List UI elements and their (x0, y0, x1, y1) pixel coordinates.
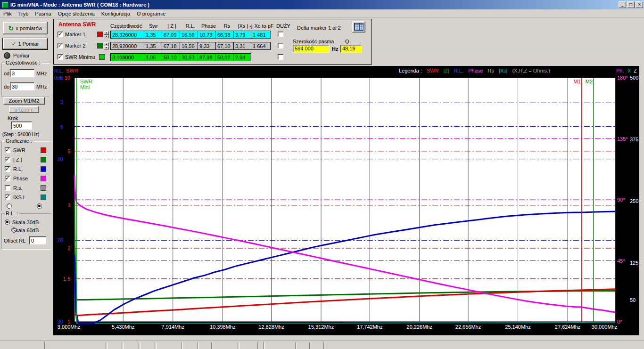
q-value: 48,19 (340, 45, 362, 53)
svg-text:10,398Mhz: 10,398Mhz (210, 324, 235, 330)
left-panel: ↻ x pomiarów ✓ 1 Pomiar Pomiar Częstotli… (0, 17, 53, 342)
x-pomiarow-button[interactable]: ↻ x pomiarów (3, 22, 48, 34)
marker1-row: Marker 1 ▲▼ 28,326000 1,35 67,09 16,56 1… (58, 31, 340, 39)
menu-konfiguracja[interactable]: Konfiguracja (98, 10, 133, 17)
svg-text:22,656Mhz: 22,656Mhz (455, 324, 481, 330)
chart-plot[interactable]: 3,000Mhz5,430Mhz7,914Mhz10,398Mhz12,828M… (53, 66, 639, 335)
z-color-swatch (41, 157, 46, 162)
restore-button[interactable]: □ (627, 1, 635, 8)
svg-text:3: 3 (67, 203, 70, 208)
xs-trace-label: IXS I (13, 195, 25, 200)
krok-label: Krok (8, 115, 18, 121)
xs-checkbox[interactable] (5, 195, 10, 200)
marker2-duzy-checkbox[interactable] (278, 43, 283, 49)
marker1-rs: 66,98 (215, 31, 234, 39)
one-pomiar-label: 1 Pomiar (18, 41, 39, 47)
menu-o-programie[interactable]: O programie (133, 10, 169, 17)
pomiar-indicator[interactable] (4, 52, 10, 59)
marker1-checkbox[interactable] (58, 32, 63, 37)
krok-input[interactable] (11, 122, 32, 130)
marker1-spin-up[interactable]: ▲ (104, 31, 109, 35)
marker1-spin-down[interactable]: ▼ (104, 35, 109, 39)
menu-opcje-sledzenia[interactable]: Opcje śledzenia (55, 10, 98, 17)
marker2-spin-down[interactable]: ▼ (104, 46, 109, 50)
frequency-group-title: Częstotliwość : (4, 60, 41, 65)
taskbar-separator (155, 342, 157, 349)
taskbar (0, 341, 644, 349)
taskbar-separator (139, 342, 140, 349)
header-z: | Z | (163, 23, 181, 29)
taskbar-separator (295, 342, 297, 349)
header-duzy: DUŻY (274, 23, 293, 29)
taskbar-separator (122, 342, 124, 349)
frequency-group: Częstotliwość : od MHz do MHz (1, 63, 50, 97)
rl-checkbox[interactable] (5, 166, 10, 172)
x-pomiarow-label: x pomiarów (16, 25, 42, 31)
chart-swr-axis-title: SWR (66, 68, 78, 73)
unzoom-button[interactable]: unZoom (9, 106, 39, 113)
menu-tryb[interactable]: Tryb (15, 10, 32, 17)
svg-text:25,140Mhz: 25,140Mhz (505, 324, 530, 330)
window-title: IG miniVNA - Mode : Antenna SWR ( COM18 … (10, 2, 618, 8)
phase-checkbox[interactable] (5, 176, 10, 181)
titlebar[interactable]: IG miniVNA - Mode : Antenna SWR ( COM18 … (0, 0, 644, 9)
menu-pasma[interactable]: Pasma (32, 10, 54, 17)
svg-text:375: 375 (630, 137, 638, 142)
swr-min-duzy-checkbox[interactable] (278, 54, 283, 60)
phase-color-swatch (41, 176, 46, 181)
header-rs: Rs (218, 23, 236, 29)
graf-radio-left[interactable] (7, 203, 12, 209)
marker2-checkbox[interactable] (58, 43, 63, 49)
swr-checkbox[interactable] (5, 147, 10, 153)
swr-min-freq: 3,108000 (110, 53, 144, 61)
freq-to-input[interactable] (10, 82, 34, 90)
offset-rl-input[interactable] (29, 236, 46, 244)
rs-color-swatch (41, 185, 46, 191)
minimize-button[interactable]: _ (619, 1, 626, 8)
menubar: Plik Tryb Pasma Opcje śledzenia Konfigur… (0, 9, 644, 18)
swr-min-values: 3,108000 1,06 50,10 30,63 87,98 50,02 2,… (110, 53, 251, 61)
calculator-button[interactable] (352, 21, 365, 32)
svg-text:12,828Mhz: 12,828Mhz (258, 324, 284, 330)
menu-plik[interactable]: Plik (0, 10, 15, 17)
freq-from-unit: MHz (36, 71, 47, 76)
graf-row-z: | Z | (5, 156, 48, 164)
svg-text:6: 6 (60, 124, 63, 130)
marker1-color-swatch (97, 32, 103, 37)
svg-text:5: 5 (67, 148, 70, 154)
swr-min-checkbox[interactable] (58, 54, 63, 60)
one-pomiar-button[interactable]: ✓ 1 Pomiar (3, 38, 48, 49)
app-icon (2, 1, 8, 8)
swr-min-rl: 30,63 (180, 53, 198, 61)
svg-text:125: 125 (630, 260, 638, 266)
freq-to-label: do (4, 84, 9, 89)
swr-min-xs: 2,94 (233, 53, 251, 61)
legend-rl: R.L. (454, 68, 463, 73)
rl-trace-label: R.L. (13, 166, 23, 172)
marker2-label: Marker 2 (65, 43, 85, 49)
rl-color-swatch (41, 166, 46, 172)
rs-checkbox[interactable] (5, 185, 10, 191)
freq-from-input[interactable] (10, 69, 34, 77)
marker1-duzy-checkbox[interactable] (278, 32, 283, 37)
header-swr: Swr (144, 23, 163, 29)
marker2-spinner: ▲▼ (104, 42, 109, 49)
off​set-rl-label: Offset RL (4, 238, 25, 243)
swr-min-phase: 87,98 (198, 53, 216, 61)
svg-text:2: 2 (67, 245, 70, 251)
marker2-spin-up[interactable]: ▲ (104, 42, 109, 46)
marker1-freq: 28,326000 (110, 31, 144, 39)
step-label: (Step : 54000 Hz) (2, 132, 39, 137)
skala-60db-label: Skala 60dB (12, 227, 39, 233)
skala-30db-radio[interactable] (5, 219, 10, 225)
graf-radio-right[interactable] (37, 203, 42, 209)
svg-text:15,312Mhz: 15,312Mhz (308, 324, 334, 330)
z-checkbox[interactable] (5, 157, 10, 162)
svg-text:20,226Mhz: 20,226Mhz (407, 324, 432, 330)
taskbar-separator (309, 342, 311, 349)
close-button[interactable]: × (636, 1, 643, 8)
zoom-m1-m2-button[interactable]: Zoom M1/M2 (3, 97, 45, 105)
marker1-swr: 1,35 (144, 31, 162, 39)
reactance-axis-label: X (627, 68, 631, 73)
swr-min-color-swatch (99, 54, 105, 60)
